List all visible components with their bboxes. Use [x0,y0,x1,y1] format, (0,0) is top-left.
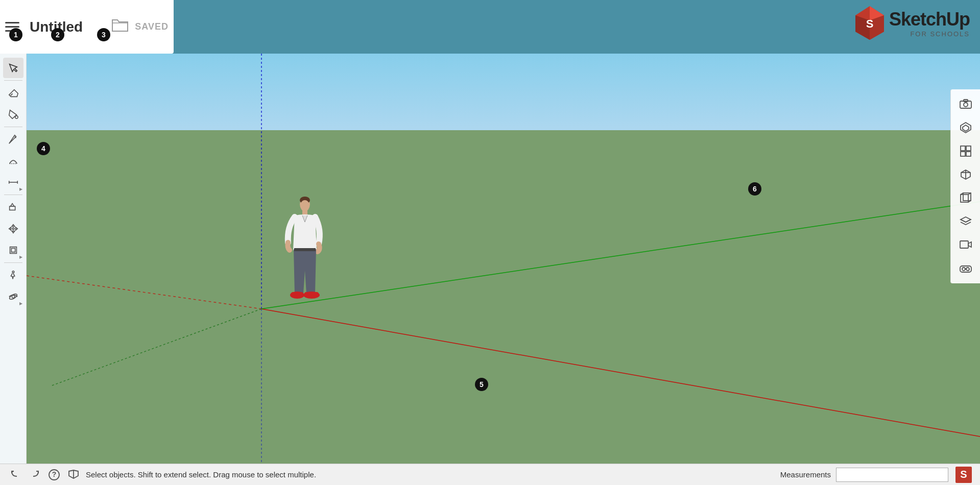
svg-marker-36 [963,125,969,131]
sketchup-logo: S SketchUp FOR SCHOOLS [854,5,970,41]
move-tool[interactable] [3,219,23,239]
scenes-button[interactable] [955,117,976,138]
svg-rect-34 [964,100,968,102]
front-view-button[interactable] [955,187,976,209]
measurements-input[interactable] [836,468,948,482]
svg-point-25 [300,200,309,211]
svg-rect-46 [960,241,968,248]
walk-tool[interactable] [3,265,23,285]
svg-rect-30 [304,292,319,297]
badge-3: 3 [97,28,110,41]
svg-text:?: ? [52,470,57,478]
paint-bucket-tool[interactable] [3,104,23,125]
arc-tool[interactable] [3,151,23,171]
camera-view-button[interactable] [955,93,976,115]
left-toolbar: ▶ ▶ [0,54,27,464]
svg-point-33 [964,103,968,107]
document-title[interactable]: Untitled [30,19,105,35]
svg-text:S: S [866,17,874,30]
viewport[interactable] [27,54,980,464]
badge-1: 1 [9,28,22,41]
sky-background [27,54,980,135]
eraser-tool[interactable] [3,83,23,103]
vr-button[interactable] [955,258,976,279]
iso-view-button[interactable] [955,164,976,185]
badge-4: 4 [37,142,50,155]
bottom-bar: ? Select objects. Shift to extend select… [0,464,980,485]
svg-point-48 [962,268,965,271]
badge-6: 6 [748,182,761,196]
svg-rect-31 [294,248,316,251]
logo-text: SketchUp FOR SCHOOLS [889,9,970,38]
help-button[interactable]: ? [47,468,61,482]
ground-plane [27,130,980,464]
badge-5: 5 [475,378,488,391]
svg-rect-38 [966,146,971,151]
svg-rect-28 [291,292,303,297]
sketchup-s-badge: S [955,467,972,483]
svg-rect-37 [961,146,965,151]
redo-button[interactable] [28,468,42,482]
svg-rect-39 [961,152,965,156]
select-tool[interactable] [3,58,23,78]
svg-rect-40 [966,152,971,156]
svg-point-5 [15,116,17,119]
orbit-tool[interactable]: ▶ [3,286,23,307]
svg-point-16 [12,295,15,298]
svg-rect-13 [11,248,15,252]
header: Untitled SAVED [0,0,174,54]
svg-point-49 [966,268,969,271]
saved-status: SAVED [135,21,169,32]
svg-rect-10 [9,206,15,210]
measurements-label: Measurements [780,470,831,479]
folder-icon[interactable] [111,18,129,36]
offset-tool[interactable]: ▶ [3,240,23,260]
measure-tool[interactable]: ▶ [3,172,23,192]
undo-button[interactable] [8,468,22,482]
badge-2: 2 [51,28,64,41]
status-text: Select objects. Shift to extend select. … [86,470,775,479]
video-button[interactable] [955,234,976,256]
pencil-tool[interactable] [3,129,23,150]
right-toolbar [950,89,980,283]
svg-point-15 [9,293,18,301]
layers-button[interactable] [955,211,976,232]
svg-point-14 [12,271,14,273]
svg-point-11 [12,228,14,230]
components-button[interactable] [955,140,976,162]
instructor-button[interactable] [66,468,81,482]
push-pull-tool[interactable] [3,197,23,217]
